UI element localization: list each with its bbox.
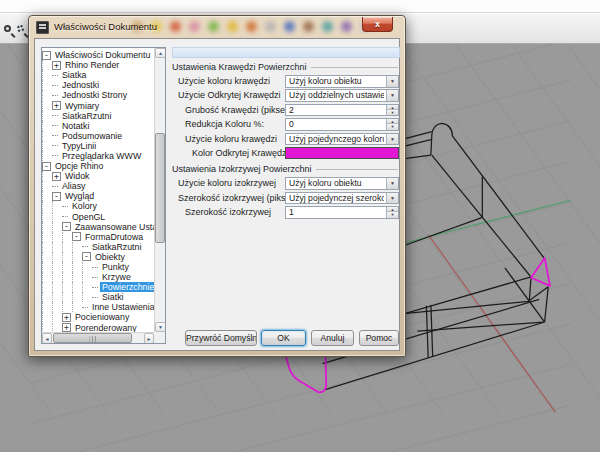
expand-icon[interactable]: + [52,101,61,110]
tree-indent-guide [62,302,72,312]
tree-item-krzywe[interactable]: Krzywe [42,272,154,282]
tree-item-formadrutowa[interactable]: -FormaDrutowa [42,232,154,242]
tree-item-jednostki-strony[interactable]: Jednostki Strony [42,90,154,100]
spinner-down-icon[interactable]: ▼ [387,110,398,115]
tree-indent-guide [42,121,52,131]
cancel-button[interactable]: Anuluj [311,330,354,346]
scrollbar-thumb[interactable] [53,333,132,343]
scrollbar-thumb[interactable] [155,133,165,243]
tree-item-obiekty[interactable]: -Obiekty [42,252,154,262]
tree-item-widok[interactable]: +Widok [42,171,154,181]
section-title: Ustawienia Izokrzywej Powierzchni [172,164,312,174]
tree-vertical-scrollbar[interactable]: ▲ ▼ [154,48,165,332]
spinner-down-icon[interactable]: ▼ [387,124,398,129]
tree-item-wygląd[interactable]: -Wygląd [42,191,154,201]
chevron-down-icon[interactable]: ▼ [386,178,398,189]
tree-item-powierzchnie[interactable]: Powierzchnie [42,282,154,292]
restore-defaults-button[interactable]: Przywróć Domyślne [185,330,257,346]
dropdown[interactable]: Użyj oddzielnych ustawień dla o...▼ [285,89,399,102]
window-top-strip [0,0,600,13]
tree-item-aliasy[interactable]: Aliasy [42,181,154,191]
dropdown-value: Użyj pojedynczego koloru dla w... [289,134,384,145]
chevron-down-icon[interactable]: ▼ [386,134,398,145]
tree-item-zaawansowane-ustawien[interactable]: -Zaawansowane Ustawien [42,222,154,232]
tree-item-label: Krzywe [100,272,133,282]
color-swatch[interactable] [285,147,399,159]
chevron-down-icon[interactable]: ▼ [386,76,398,87]
collapse-icon[interactable]: - [82,252,91,261]
blurred-toolbar-icon [170,21,181,32]
scroll-left-icon[interactable]: ◄ [42,333,52,344]
tree-item-notatki[interactable]: Notatki [42,121,154,131]
dropdown[interactable]: Użyj pojedynczego koloru dla w...▼ [285,133,399,146]
tree-item-pocieniowany[interactable]: +Pocieniowany [42,312,154,322]
zoom-icon[interactable] [4,25,17,38]
dialog-titlebar[interactable]: Właściwości Dokumentu x [29,16,405,38]
form-row: Szerokość izokrzywej1▲▼ [172,205,400,219]
tree-indent-guide [72,302,82,312]
collapse-icon[interactable]: - [42,162,51,171]
tree-indent-guide [42,312,52,322]
expand-icon[interactable]: + [62,323,71,332]
tree-item-podsumowanie[interactable]: Podsumowanie [42,131,154,141]
help-button[interactable]: Pomoc [359,330,399,346]
tree-connector [92,267,98,268]
close-icon[interactable]: x [362,17,393,32]
tree-item-rhino-render[interactable]: +Rhino Render [42,60,154,70]
dropdown[interactable]: Użyj pojedynczej szerokości dla ...▼ [285,192,399,205]
tree-item-opcje-rhino[interactable]: -Opcje Rhino [42,161,154,171]
tree-indent-guide [42,252,52,262]
tree-item-kolory[interactable]: Kolory [42,201,154,211]
chevron-down-icon[interactable]: ▼ [386,193,398,204]
collapse-icon[interactable]: - [42,51,51,60]
spinner-field[interactable]: 1▲▼ [285,206,399,219]
form-row: Użycie koloru krawędziUżyj pojedynczego … [172,132,400,146]
tree-indent-guide [42,262,52,272]
tree-horizontal-scrollbar[interactable]: ◄ ► [42,332,154,343]
tree-item-porenderowany[interactable]: +Porenderowany [42,323,154,332]
scroll-right-icon[interactable]: ► [144,333,154,344]
tree-item-inne-ustawienia[interactable]: Inne Ustawienia [42,302,154,312]
scroll-up-icon[interactable]: ▲ [155,48,166,58]
expand-icon[interactable]: + [52,61,61,70]
tree-item-punkty[interactable]: Punkty [42,262,154,272]
form-label: Szerokość izokrzywej (piksele) [178,193,301,203]
chevron-down-icon[interactable]: ▼ [386,90,398,101]
tree-indent-guide [42,111,52,121]
tree-connector [52,155,58,156]
tree-item-opengl[interactable]: OpenGL [42,212,154,222]
dropdown[interactable]: Użyj koloru obiektu▼ [285,177,399,190]
spinner-down-icon[interactable]: ▼ [387,212,398,217]
tree-item-label: Właściwości Dokumentu [53,50,152,60]
tree-item-typylinii[interactable]: TypyLinii [42,141,154,151]
tree-indent-guide [72,292,82,302]
tree-indent-guide [42,222,52,232]
expand-icon[interactable]: + [52,172,61,181]
collapse-icon[interactable]: - [72,232,81,241]
tree-item-wymiary[interactable]: +Wymiary [42,100,154,110]
tree-item-siatkarzutni[interactable]: SiatkaRzutni [42,111,154,121]
expand-icon[interactable]: + [62,313,71,322]
scroll-down-icon[interactable]: ▼ [155,322,166,332]
collapse-icon[interactable]: - [62,222,71,231]
spinner-field[interactable]: 0▲▼ [285,118,399,131]
tree-item-właściwości-dokumentu[interactable]: -Właściwości Dokumentu [42,50,154,60]
tree-item-siatkarzutni[interactable]: SiatkaRzutni [42,242,154,252]
tree-indent-guide [42,302,52,312]
dropdown[interactable]: Użyj koloru obiektu▼ [285,75,399,88]
spinner-field[interactable]: 2▲▼ [285,104,399,117]
collapse-icon[interactable]: - [52,192,61,201]
dialog-content: -Właściwości Dokumentu+Rhino RenderSiatk… [34,38,400,351]
tree-indent-guide [42,131,52,141]
tree-item-siatka[interactable]: Siatka [42,70,154,80]
tree-item-przeglądarka-www[interactable]: Przeglądarka WWW [42,151,154,161]
tree-indent-guide [42,141,52,151]
dialog-icon [36,21,49,34]
blurred-toolbar-icon [341,21,352,32]
tree-indent-guide [52,323,62,332]
tree-item-siatki[interactable]: Siatki [42,292,154,302]
tree-item-jednostki[interactable]: Jednostki [42,80,154,90]
tree-item-label: Zaawansowane Ustawien [73,222,154,232]
ok-button[interactable]: OK [261,330,306,346]
blurred-toolbar-icon [284,21,295,32]
